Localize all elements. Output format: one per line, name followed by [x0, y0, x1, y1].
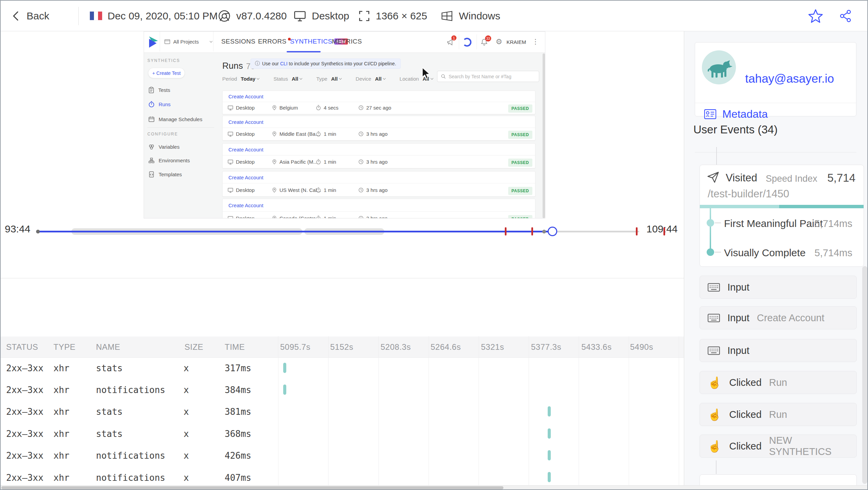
- events-divider: [695, 152, 856, 152]
- keyboard-icon: [708, 313, 720, 323]
- speed-bar-light: [700, 205, 779, 208]
- navigate-icon: [707, 172, 719, 183]
- app-side-section-synthetics: SYNTHETICS: [147, 58, 180, 63]
- animal-avatar-icon: [702, 50, 736, 84]
- app-tab-sessions: SESSIONS: [221, 32, 255, 51]
- request-row[interactable]: 2xx–3xxxhr statsx 381ms: [1, 401, 684, 423]
- session-date: Dec 09, 2020, 05:10 PM: [90, 1, 218, 31]
- event-card-input[interactable]: Input: [700, 339, 857, 362]
- request-timing-bar: [548, 472, 551, 482]
- os-info: Windows: [440, 1, 500, 31]
- app-window-icon: [164, 39, 170, 44]
- sidebar-scrollbar[interactable]: [862, 266, 867, 484]
- app-logo: [147, 36, 159, 49]
- click-hand-icon: ☝: [708, 409, 722, 420]
- timeline-handle[interactable]: [548, 227, 557, 236]
- error-marker[interactable]: [636, 227, 638, 235]
- app-tab-metrics: METRICS: [332, 32, 362, 51]
- request-row[interactable]: 2xx–3xxxhr notificationsx 384ms: [1, 379, 684, 401]
- kebab-menu-icon: ⋮: [532, 37, 539, 46]
- share-icon: [839, 9, 852, 23]
- synthetics-underline: [287, 51, 321, 52]
- france-flag-icon: [90, 12, 102, 20]
- topbar-divider: [78, 7, 79, 25]
- app-side-runs: Runs: [148, 101, 171, 108]
- user-events-title: User Events (34): [693, 123, 778, 136]
- topbar: Back Dec 09, 2020, 05:10 PM v87.0.4280: [1, 1, 868, 31]
- vc-dot: [707, 248, 714, 256]
- cli-banner: ⓘ Use our CLI to include your Synthetics…: [251, 59, 401, 69]
- app-tab-errors: ERRORS: [258, 32, 291, 51]
- visited-label: Visited: [726, 172, 757, 184]
- error-marker[interactable]: [663, 227, 665, 235]
- app-side-manage-schedules: Manage Schedules: [148, 116, 202, 122]
- run-card: Create Account Desktop Middle East (Ba..…: [222, 116, 535, 141]
- app-side-variables: Variables: [148, 144, 179, 150]
- runs-filters: PeriodToday StatusAll TypeAll DeviceAll …: [222, 75, 433, 83]
- request-timing-bar: [548, 428, 551, 439]
- keyboard-icon: [708, 283, 720, 292]
- status-badge: PASSED: [508, 159, 532, 167]
- app-search-placeholder: Search by Test Name or #Tag: [449, 74, 511, 79]
- visited-event-card[interactable]: Visited Speed Index 5,714 /test-builder/…: [700, 165, 864, 267]
- axis-tick: 5264.6s: [431, 342, 461, 352]
- click-hand-icon: ☝: [708, 377, 722, 388]
- status-badge: PASSED: [508, 187, 532, 195]
- session-date-label: Dec 09, 2020, 05:10 PM: [108, 10, 218, 22]
- event-marker-dot: [542, 230, 546, 233]
- event-card-input[interactable]: Input: [700, 276, 857, 299]
- speed-index-value: 5,714: [827, 172, 855, 184]
- chevron-down-icon: [210, 40, 212, 43]
- event-card-clicked[interactable]: ☝ ClickedRun: [700, 371, 857, 394]
- monitor-icon: [293, 10, 306, 22]
- run-card: Create Account Desktop Canada (Centra...…: [222, 199, 535, 218]
- app-nav-divider: [477, 34, 477, 49]
- browser-info: v87.0.4280: [218, 1, 287, 31]
- avatar: [702, 50, 736, 84]
- favorite-button[interactable]: [808, 1, 823, 31]
- app-scrollbar: [543, 53, 545, 218]
- timeline-connector: [716, 460, 717, 474]
- axis-tick: 5433.6s: [581, 342, 612, 352]
- metadata-button[interactable]: Metadata: [704, 108, 768, 120]
- loading-spinner: [463, 38, 471, 47]
- request-row[interactable]: 2xx–3xxxhr notificationsx 426ms: [1, 445, 684, 467]
- app-side-section-configure: CONFIGURE: [147, 132, 178, 136]
- share-button[interactable]: [839, 1, 852, 31]
- click-hand-icon: ☝: [708, 441, 722, 452]
- os-label: Windows: [459, 10, 500, 22]
- bell-badge: 33: [485, 35, 491, 42]
- request-row[interactable]: 2xx–3xxxhr statsx 317ms: [1, 357, 684, 379]
- timeline: 93:44 109:44: [1, 218, 684, 240]
- back-button[interactable]: Back: [11, 1, 49, 31]
- session-replay-window: Back Dec 09, 2020, 05:10 PM v87.0.4280: [0, 0, 868, 490]
- info-icon: ⓘ: [255, 61, 260, 67]
- app-side-environments: Environments: [148, 158, 190, 163]
- status-badge: PASSED: [508, 104, 532, 113]
- horizontal-scrollbar-track[interactable]: [1, 485, 868, 490]
- event-card-clicked[interactable]: ☝ ClickedNEW SYNTHETICS: [700, 435, 857, 458]
- event-card-clicked[interactable]: ☝ ClickedRun: [700, 403, 857, 426]
- horizontal-scrollbar-thumb[interactable]: [1, 486, 503, 489]
- axis-tick: 5095.7s: [280, 342, 310, 352]
- id-card-icon: [704, 109, 717, 119]
- resolution-label: 1366 × 625: [376, 10, 427, 22]
- request-row[interactable]: 2xx–3xxxhr statsx 368ms: [1, 423, 684, 445]
- app-search-box: Search by Test Name or #Tag: [437, 71, 539, 82]
- error-marker[interactable]: [505, 227, 507, 235]
- app-project-selector: All Projects: [160, 32, 213, 51]
- browser-version: v87.0.4280: [236, 10, 287, 22]
- status-badge: PASSED: [508, 131, 532, 139]
- event-card-input[interactable]: InputCreate Account: [700, 306, 857, 329]
- user-email[interactable]: tahay@asayer.io: [745, 72, 834, 85]
- user-profile-card: tahay@asayer.io Metadata: [695, 42, 856, 116]
- axis-tick: 5321s: [481, 342, 504, 352]
- run-card: Create Account Desktop US West (N. Cal..…: [222, 171, 535, 197]
- replay-cursor-icon: [421, 67, 432, 80]
- timeline-start: 93:44: [5, 223, 30, 235]
- error-marker[interactable]: [531, 227, 533, 235]
- speed-index-label: Speed Index: [766, 174, 817, 184]
- star-icon: [808, 9, 823, 23]
- app-topnav: All Projects SESSIONS ERRORS SYNTHETICS …: [144, 32, 545, 53]
- app-user-name: KRAIEM: [507, 39, 526, 45]
